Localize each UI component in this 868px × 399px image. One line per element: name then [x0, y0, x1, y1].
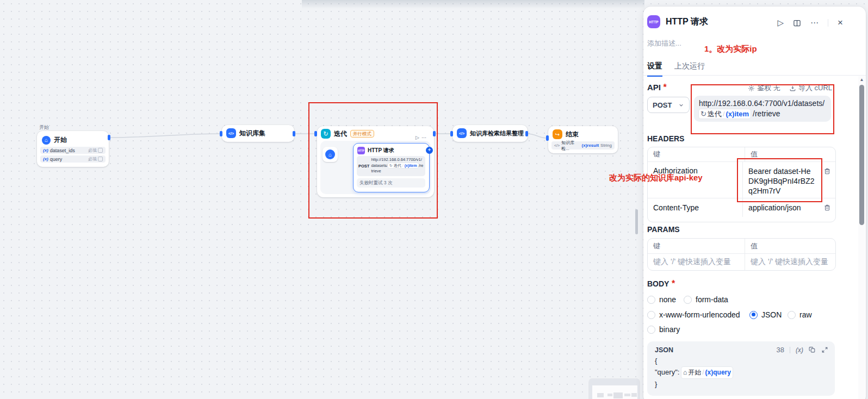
option-label: none — [659, 295, 676, 304]
option-label: binary — [659, 325, 680, 334]
port-handle[interactable] — [546, 135, 549, 141]
http-icon: HTTP — [357, 147, 365, 154]
annotation-ip-note: 1。改为实际ip — [704, 44, 757, 54]
add-next-node-button[interactable]: + — [426, 147, 433, 154]
inner-url-box: POST http://192.168.0.64:7700/v1/dataset… — [357, 156, 425, 176]
json-line[interactable]: "query": ⌂开始/(x)query — [655, 366, 827, 378]
body-option-x-www-form-urlencoded[interactable]: x-www-form-urlencoded — [647, 310, 740, 319]
token-node: 开始 — [688, 367, 701, 378]
more-icon[interactable]: ⋯ — [421, 135, 429, 140]
output-type: String — [600, 143, 612, 148]
body-option-form-data[interactable]: form-data — [684, 295, 728, 304]
scroll-up-arrow[interactable]: ▲ — [858, 76, 865, 84]
radio-icon[interactable] — [684, 296, 692, 304]
radio-icon-selected[interactable] — [749, 311, 758, 319]
start-field-query[interactable]: (x) query 必填 — [40, 155, 106, 163]
delete-header-button[interactable] — [820, 204, 835, 211]
copy-icon — [809, 346, 816, 353]
minimap-node — [607, 394, 612, 396]
iteration-node[interactable]: ↻ 迭代 并行模式 ▷⋯ ⌂ HTTP HTTP 请求 + POST http:… — [317, 126, 434, 197]
expand-button[interactable] — [821, 346, 828, 353]
http-icon: HTTP — [647, 15, 660, 28]
port-handle[interactable] — [433, 131, 436, 136]
organize-title: 知识库检索结果整理 — [470, 129, 524, 138]
panel-scrollbar[interactable]: ▲ — [858, 76, 865, 399]
radio-icon[interactable] — [647, 296, 655, 304]
json-key: "query": — [655, 368, 679, 376]
port-handle[interactable] — [450, 131, 453, 136]
option-label: x-www-form-urlencoded — [659, 310, 740, 319]
port-handle[interactable] — [314, 131, 317, 136]
header-value[interactable]: application/json — [742, 198, 820, 217]
scrollbar-thumb[interactable] — [859, 85, 864, 225]
variable-icon: (x) — [582, 143, 587, 148]
iteration-actions[interactable]: ▷⋯ — [416, 135, 429, 140]
json-line[interactable]: } — [655, 378, 827, 390]
json-editor[interactable]: JSON 38 (x) { "query": ⌂开始/(x)query } — [647, 341, 835, 396]
option-label: raw — [799, 310, 812, 319]
insert-variable-button[interactable]: (x) — [796, 346, 803, 354]
close-button[interactable]: × — [838, 17, 843, 28]
split-view-button[interactable] — [793, 19, 801, 27]
copy-button[interactable] — [809, 346, 816, 353]
radio-icon[interactable] — [647, 326, 655, 334]
field-name: query — [50, 157, 63, 162]
param-value-input[interactable]: 键入 '/' 键快速插入变量 — [745, 254, 835, 270]
radio-icon[interactable] — [647, 311, 655, 319]
description-input[interactable]: 添加描述... — [647, 39, 681, 48]
run-button[interactable]: ▷ — [778, 18, 784, 28]
url-input[interactable]: http://192.168.0.64:7700/v1/datasets/↻迭代… — [694, 96, 831, 122]
json-editor-label: JSON — [655, 346, 673, 354]
loop-icon: ↻ — [700, 109, 706, 119]
token-var: item — [409, 164, 417, 167]
start-field-dataset-ids[interactable]: (x) dataset_ids 必填 — [40, 147, 106, 154]
body-option-none[interactable]: none — [647, 295, 676, 304]
tab-settings[interactable]: 设置 — [647, 61, 662, 77]
header-value[interactable]: Bearer dataset-HeDK9gHBqPnI4rBZ2q2Hm7rV — [742, 162, 820, 198]
field-type-icon — [98, 148, 103, 153]
code-icon: </> — [554, 144, 560, 147]
port-handle[interactable] — [108, 135, 110, 140]
port-handle[interactable] — [293, 131, 295, 136]
minimap[interactable] — [589, 379, 640, 399]
radio-icon[interactable] — [788, 311, 796, 319]
canvas-scrollbar[interactable] — [635, 209, 638, 234]
end-node[interactable]: ↪ 结束 </> 知识库检... (x)result String — [548, 126, 618, 153]
params-label: PARAMS — [647, 225, 680, 234]
method-select[interactable]: POST — [647, 97, 690, 113]
params-table: 键 值 键入 '/' 键快速插入变量 键入 '/' 键快速插入变量 — [647, 238, 836, 271]
url-part-a: http://192.168.0.64:7700/v1/datasets/ — [699, 99, 824, 108]
more-button[interactable]: ⋯ — [810, 18, 819, 28]
header-key[interactable]: Content-Type — [648, 201, 742, 214]
port-handle[interactable] — [525, 131, 528, 136]
field-name: dataset_ids — [50, 148, 75, 153]
divider — [643, 75, 866, 76]
inner-http-node[interactable]: HTTP HTTP 请求 + POST http://192.168.0.64:… — [353, 143, 430, 192]
body-option-json[interactable]: JSON — [749, 310, 782, 319]
start-node-label: 开始 — [39, 124, 49, 131]
char-count: 38 — [777, 346, 784, 354]
option-label: form-data — [696, 295, 728, 304]
minimap-viewport — [592, 385, 637, 399]
port-handle[interactable] — [220, 131, 222, 136]
variable-icon: (x) — [705, 369, 714, 376]
import-curl-button[interactable]: 导入 cURL — [789, 83, 832, 93]
delete-header-button[interactable] — [820, 162, 835, 198]
body-option-binary[interactable]: binary — [647, 325, 680, 334]
play-icon[interactable]: ▷ — [416, 135, 421, 140]
variable-icon: (x) — [726, 110, 735, 118]
organize-node[interactable]: </> 知识库检索结果整理 — [452, 125, 528, 142]
inner-http-title: HTTP 请求 — [368, 147, 394, 154]
start-node-title: 开始 — [54, 135, 67, 145]
tab-last-run[interactable]: 上次运行 — [674, 61, 705, 77]
auth-button[interactable]: 鉴权 无 — [748, 83, 780, 93]
kb-set-node[interactable]: </> 知识库集 — [222, 125, 294, 142]
headers-col-key: 键 — [648, 147, 745, 161]
body-option-raw[interactable]: raw — [788, 310, 812, 319]
trash-icon — [823, 204, 831, 211]
iteration-start-node[interactable]: ⌂ — [323, 147, 338, 162]
start-node[interactable]: ⌂ 开始 (x) dataset_ids 必填 (x) query 必填 — [37, 131, 109, 167]
json-line[interactable]: { — [655, 355, 827, 366]
headers-label: HEADERS — [647, 134, 684, 143]
param-key-input[interactable]: 键入 '/' 键快速插入变量 — [648, 255, 745, 269]
